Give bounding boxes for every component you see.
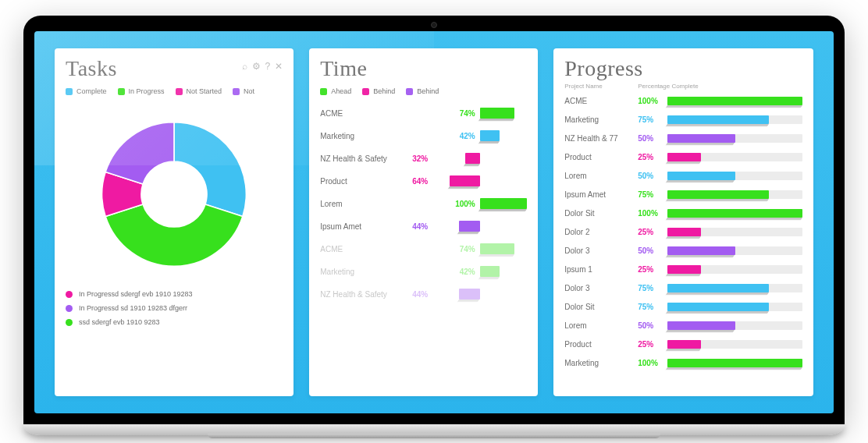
progress-bar xyxy=(667,359,802,367)
time-row: NZ Health & Safety44% xyxy=(320,284,527,304)
time-bar xyxy=(480,198,527,209)
progress-row-name: Product xyxy=(564,153,631,161)
progress-row-value: 50% xyxy=(638,134,661,143)
progress-row-value: 75% xyxy=(638,115,661,124)
progress-track xyxy=(667,97,802,105)
progress-track xyxy=(667,303,802,311)
time-row-value: 100% xyxy=(449,200,475,208)
progress-bar xyxy=(667,97,802,105)
time-legend: AheadBehindBehind xyxy=(320,87,527,95)
legend-item: Behind xyxy=(362,87,395,95)
time-row: Marketing42% xyxy=(320,261,527,282)
time-bar xyxy=(459,289,479,299)
time-row: ACME74% xyxy=(320,239,527,259)
tasks-legend: CompleteIn ProgressNot StartedNot xyxy=(66,87,283,95)
progress-bar xyxy=(667,284,769,292)
time-row-name: ACME xyxy=(320,109,401,118)
progress-chart: ACME100%Marketing75%NZ Health & 7750%Pro… xyxy=(564,93,802,370)
progress-row-value: 100% xyxy=(638,97,661,105)
camera-dot xyxy=(431,22,437,28)
progress-row: Product25% xyxy=(564,149,802,165)
progress-track xyxy=(667,134,802,143)
progress-track xyxy=(667,284,802,292)
time-row-name: Marketing xyxy=(320,132,401,140)
legend-item: Behind xyxy=(406,87,439,95)
progress-track xyxy=(667,359,802,367)
progress-bar xyxy=(667,321,735,330)
progress-title: Progress xyxy=(564,56,802,81)
progress-row-value: 25% xyxy=(638,265,661,274)
progress-row-value: 50% xyxy=(638,246,661,255)
progress-track xyxy=(667,172,802,180)
progress-track xyxy=(667,115,802,124)
progress-row: Dolor 350% xyxy=(564,243,802,258)
progress-row-value: 25% xyxy=(638,228,661,236)
legend-item: Ahead xyxy=(320,87,351,95)
time-chart: ACME74%Marketing42%NZ Health & Safety32%… xyxy=(320,103,527,387)
progress-row: Product25% xyxy=(564,336,802,352)
progress-bar xyxy=(667,153,701,161)
tasks-notes: In Progressd sdergf evb 1910 19283In Pro… xyxy=(66,290,283,326)
tasks-title: Tasks xyxy=(66,56,117,81)
progress-bar xyxy=(667,134,735,143)
help-icon[interactable]: ? xyxy=(265,61,271,72)
time-row-value: 44% xyxy=(401,222,428,231)
search-icon[interactable]: ⌕ xyxy=(242,61,247,72)
progress-row-name: Ipsum 1 xyxy=(564,265,631,274)
close-icon[interactable]: ✕ xyxy=(275,61,283,72)
progress-track xyxy=(667,246,802,255)
progress-row-value: 75% xyxy=(638,284,661,292)
progress-row-name: NZ Health & 77 xyxy=(564,134,631,143)
progress-row-value: 75% xyxy=(638,303,661,311)
progress-row-value: 25% xyxy=(638,340,661,349)
progress-row-name: Dolor 2 xyxy=(564,228,631,236)
progress-bar xyxy=(667,115,769,124)
progress-bar xyxy=(667,209,802,218)
progress-header: Project Name Percentage Complete xyxy=(564,83,802,90)
tasks-panel: Tasks ⌕ ⚙ ? ✕ CompleteIn ProgressNot Sta… xyxy=(55,48,293,396)
progress-row-name: Dolor 3 xyxy=(564,246,631,255)
time-row: Marketing42% xyxy=(320,126,527,146)
progress-row: Ipsum 125% xyxy=(564,261,802,277)
progress-row: Dolor Sit100% xyxy=(564,205,802,221)
time-bar xyxy=(459,221,479,232)
time-row: Product64% xyxy=(320,171,527,191)
time-row: NZ Health & Safety32% xyxy=(320,148,527,168)
progress-bar xyxy=(667,303,769,311)
laptop-frame: Tasks ⌕ ⚙ ? ✕ CompleteIn ProgressNot Sta… xyxy=(23,16,845,438)
legend-item: Complete xyxy=(66,87,107,95)
progress-row-name: Lorem xyxy=(564,172,631,180)
progress-row-name: Marketing xyxy=(564,115,631,124)
progress-row: Marketing75% xyxy=(564,112,802,127)
progress-bar xyxy=(667,265,701,274)
time-bar xyxy=(480,130,500,141)
progress-row: Dolor 225% xyxy=(564,224,802,239)
time-row-value: 64% xyxy=(401,177,428,186)
progress-row-name: Dolor Sit xyxy=(564,303,631,311)
legend-item: In Progress xyxy=(118,87,165,95)
time-panel: Time AheadBehindBehind ACME74%Marketing4… xyxy=(309,48,538,396)
progress-row-name: Product xyxy=(564,340,631,349)
time-row-value: 42% xyxy=(449,132,475,140)
progress-row: Ipsum Amet75% xyxy=(564,186,802,202)
legend-item: Not Started xyxy=(176,87,222,95)
time-row-value: 44% xyxy=(401,290,428,299)
time-row-value: 74% xyxy=(449,109,475,118)
progress-row-name: Dolor 3 xyxy=(564,284,631,292)
progress-bar xyxy=(667,172,735,180)
progress-row: Dolor Sit75% xyxy=(564,299,802,314)
time-row: ACME74% xyxy=(320,103,527,123)
time-row-name: NZ Health & Safety xyxy=(320,154,401,163)
gear-icon[interactable]: ⚙ xyxy=(252,61,261,72)
progress-row-name: Ipsum Amet xyxy=(564,190,631,199)
time-row-name: Lorem xyxy=(320,200,401,208)
time-bar xyxy=(480,243,514,254)
time-row-name: Marketing xyxy=(320,268,401,276)
time-row-name: NZ Health & Safety xyxy=(320,290,401,299)
progress-row-value: 50% xyxy=(638,321,661,330)
legend-item: Not xyxy=(233,87,254,95)
screen-bezel: Tasks ⌕ ⚙ ? ✕ CompleteIn ProgressNot Sta… xyxy=(23,16,845,424)
progress-track xyxy=(667,321,802,330)
progress-bar xyxy=(667,340,701,349)
time-row-name: Ipsum Amet xyxy=(320,222,401,231)
